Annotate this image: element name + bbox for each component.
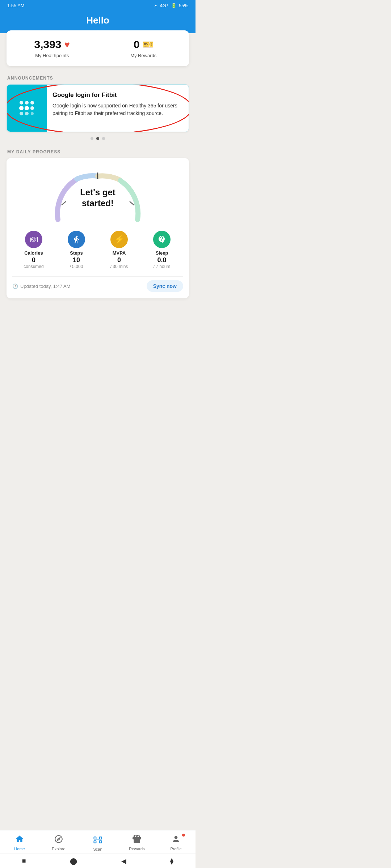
rewards-value: 0	[134, 38, 140, 51]
header-title: Hello	[7, 15, 188, 26]
sync-row: 🕐 Updated today, 1:47 AM Sync now	[12, 276, 183, 292]
gauge-line1: Let's get	[47, 187, 148, 198]
svg-point-1	[20, 101, 23, 105]
progress-card: Let's get started! 🍽 Calories 0 consumed…	[7, 158, 189, 298]
battery-icon: 🔋	[171, 3, 177, 8]
gauge-container: Let's get started!	[47, 165, 148, 223]
announcement-content: Google login for Fitbit Google login is …	[47, 85, 189, 132]
dot-1[interactable]	[91, 137, 93, 140]
clock-icon: 🕐	[12, 284, 18, 289]
svg-point-3	[30, 101, 34, 105]
signal-icon: 4G⁺	[160, 3, 169, 8]
sync-timestamp: Updated today, 1:47 AM	[20, 284, 71, 289]
announcement-title: Google login for Fitbit	[52, 91, 183, 99]
daily-progress-header: MY DAILY PROGRESS	[0, 143, 196, 158]
sync-time: 🕐 Updated today, 1:47 AM	[12, 284, 71, 289]
sync-now-button[interactable]: Sync now	[147, 280, 183, 292]
healthpoints-label: My Healthpoints	[12, 53, 92, 58]
svg-point-4	[19, 106, 24, 110]
svg-point-9	[31, 112, 34, 115]
metric-sleep[interactable]: Sleep 0.0 / 7 hours	[140, 231, 183, 269]
announcements-container: Google login for Fitbit Google login is …	[0, 84, 196, 132]
carousel-dots	[0, 137, 196, 140]
rewards-label: My Rewards	[104, 53, 184, 58]
status-icons: ✶ 4G⁺ 🔋 55%	[154, 3, 188, 8]
metric-steps[interactable]: Steps 10 / 5,000	[55, 231, 98, 269]
announcements-header: ANNOUNCEMENTS	[0, 69, 196, 84]
metric-calories[interactable]: 🍽 Calories 0 consumed	[12, 231, 55, 269]
svg-point-6	[30, 106, 34, 110]
healthpoints-value: 3,393	[34, 38, 61, 51]
svg-point-8	[25, 112, 29, 115]
metrics-row: 🍽 Calories 0 consumed Steps 10 / 5,000 ⚡…	[12, 227, 183, 271]
announcement-card[interactable]: Google login for Fitbit Google login is …	[7, 84, 189, 132]
heart-icon: ♥	[64, 39, 70, 50]
gauge-text: Let's get started!	[47, 187, 148, 209]
status-bar: 1:55 AM ✶ 4G⁺ 🔋 55%	[0, 0, 196, 11]
svg-point-7	[20, 112, 23, 115]
mvpa-icon: ⚡	[110, 231, 128, 248]
svg-point-2	[25, 101, 29, 105]
battery-percent: 55%	[179, 3, 188, 8]
dot-3[interactable]	[102, 137, 105, 140]
metric-mvpa[interactable]: ⚡ MVPA 0 / 30 mins	[98, 231, 140, 269]
svg-point-5	[25, 106, 29, 110]
rewards-section[interactable]: 0 🎫 My Rewards	[98, 30, 189, 66]
dot-2[interactable]	[96, 137, 99, 140]
announcement-image	[7, 85, 47, 132]
fitbit-logo-icon	[14, 95, 39, 121]
header: Hello	[0, 11, 196, 33]
sleep-icon	[153, 231, 171, 248]
steps-icon	[68, 231, 85, 248]
rewards-icon: 🎫	[143, 39, 154, 50]
healthpoints-section[interactable]: 3,393 ♥ My Healthpoints	[7, 30, 98, 66]
gauge-line2: started!	[47, 198, 148, 209]
announcement-body: Google login is now supported on Healthy…	[52, 102, 183, 117]
calories-icon: 🍽	[25, 231, 42, 248]
bluetooth-icon: ✶	[154, 3, 158, 8]
status-time: 1:55 AM	[7, 3, 25, 8]
points-card: 3,393 ♥ My Healthpoints 0 🎫 My Rewards	[7, 30, 189, 66]
